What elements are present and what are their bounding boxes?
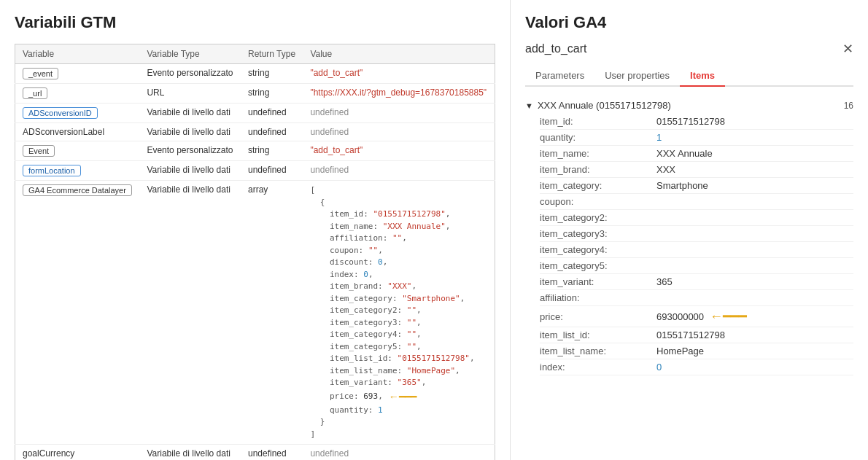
tree-prop: item_category2: (540, 210, 853, 226)
cell-variable-type: Evento personalizzato (139, 64, 241, 84)
tree-prop: item_category3: (540, 226, 853, 242)
prop-value: XXX (656, 164, 675, 175)
prop-value: XXX Annuale (656, 148, 713, 159)
prop-key: quantity: (540, 132, 656, 143)
tree-prop: item_id:0155171512798 (540, 114, 853, 130)
tree-count: 16 (844, 101, 853, 111)
prop-key: item_brand: (540, 164, 656, 175)
col-variable-type: Variable Type (139, 44, 241, 64)
tree-toggle-icon[interactable]: ▼ (525, 101, 533, 110)
cell-return-type: undefined (241, 123, 303, 141)
cell-variable-type: Variabile di livello dati (139, 445, 241, 461)
cell-value: "add_to_cart" (303, 141, 495, 161)
close-button[interactable]: ✕ (842, 42, 853, 55)
col-return-type: Return Type (241, 44, 303, 64)
right-panel-title: Valori GA4 (525, 13, 853, 32)
prop-value: 0155171512798 (656, 330, 725, 340)
right-panel: Valori GA4 add_to_cart ✕ Parameters User… (511, 0, 868, 460)
prop-key: item_category4: (540, 244, 656, 255)
cell-return-type: array (241, 181, 303, 445)
cell-value: undefined (303, 123, 495, 141)
cell-variable-type: Variabile di livello dati (139, 161, 241, 181)
cell-value-code: [ { item_id: "0155171512798", item_name:… (303, 181, 495, 445)
prop-key: item_list_id: (540, 330, 656, 340)
cell-variable-type: Variabile di livello dati (139, 123, 241, 141)
tree-parent-row: ▼ XXX Annuale (0155171512798) 16 (525, 97, 853, 114)
cell-variable: _event (15, 64, 140, 84)
prop-key: index: (540, 362, 656, 373)
tree-prop: price:693000000←━━━ (540, 306, 853, 327)
prop-value: 693000000 (656, 311, 704, 322)
table-row: _urlURLstring"https://XXX.it/?gtm_debug=… (15, 84, 495, 104)
table-row: ADSconversionLabelVariabile di livello d… (15, 123, 495, 141)
items-tree: ▼ XXX Annuale (0155171512798) 16 item_id… (525, 97, 853, 375)
tab-parameters[interactable]: Parameters (525, 66, 594, 87)
tab-bar: Parameters User properties Items (525, 66, 853, 87)
prop-key: item_id: (540, 116, 656, 127)
variables-table: Variable Variable Type Return Type Value… (15, 44, 495, 460)
cell-value: undefined (303, 445, 495, 461)
cell-return-type: undefined (241, 161, 303, 181)
prop-key: item_category: (540, 180, 656, 191)
cell-value: undefined (303, 104, 495, 123)
prop-key: coupon: (540, 196, 656, 207)
cell-return-type: string (241, 141, 303, 161)
col-variable: Variable (15, 44, 140, 64)
cell-variable: Event (15, 141, 140, 161)
tab-user-properties[interactable]: User properties (594, 66, 680, 87)
event-header: add_to_cart ✕ (525, 42, 853, 55)
table-row: _eventEvento personalizzatostring"add_to… (15, 64, 495, 84)
left-panel-title: Variabili GTM (15, 13, 495, 32)
tree-prop: item_list_name:HomePage (540, 343, 853, 359)
cell-return-type: undefined (241, 104, 303, 123)
prop-value: Smartphone (656, 180, 708, 191)
tree-prop: item_name:XXX Annuale (540, 146, 853, 162)
cell-variable: ADSconversionLabel (15, 123, 140, 141)
cell-variable: formLocation (15, 161, 140, 181)
cell-value: undefined (303, 161, 495, 181)
table-row: GA4 Ecommerce DatalayerVariabile di live… (15, 181, 495, 445)
tree-children: item_id:0155171512798quantity:1item_name… (525, 114, 853, 375)
tree-prop: index:0 (540, 359, 853, 375)
prop-key: item_name: (540, 148, 656, 159)
cell-variable-type: URL (139, 84, 241, 104)
tree-parent-text: XXX Annuale (0155171512798) (538, 100, 671, 111)
tree-prop: item_brand:XXX (540, 162, 853, 178)
cell-variable-type: Variabile di livello dati (139, 104, 241, 123)
prop-key: item_category3: (540, 228, 656, 239)
tree-prop: affiliation: (540, 290, 853, 306)
prop-value: 0155171512798 (656, 116, 725, 127)
cell-return-type: string (241, 64, 303, 84)
tree-prop: item_category:Smartphone (540, 178, 853, 194)
left-panel: Variabili GTM Variable Variable Type Ret… (0, 0, 511, 460)
prop-value: 1 (656, 132, 662, 143)
tree-prop: coupon: (540, 194, 853, 210)
table-row: formLocationVariabile di livello datiund… (15, 161, 495, 181)
tree-prop: item_category5: (540, 258, 853, 274)
prop-value: 0 (656, 362, 662, 373)
cell-variable: goalCurrency (15, 445, 140, 461)
cell-variable: GA4 Ecommerce Datalayer (15, 181, 140, 445)
cell-variable-type: Evento personalizzato (139, 141, 241, 161)
prop-value: 365 (656, 276, 673, 287)
event-name: add_to_cart (525, 42, 587, 55)
col-value: Value (303, 44, 495, 64)
cell-variable: _url (15, 84, 140, 104)
prop-key: item_list_name: (540, 346, 656, 356)
prop-value: HomePage (656, 346, 704, 356)
prop-key: item_category2: (540, 212, 656, 223)
cell-return-type: string (241, 84, 303, 104)
cell-value: "add_to_cart" (303, 64, 495, 84)
tree-parent-label: ▼ XXX Annuale (0155171512798) (525, 100, 671, 111)
cell-return-type: undefined (241, 445, 303, 461)
cell-variable: ADSconversionID (15, 104, 140, 123)
tree-prop: item_variant:365 (540, 274, 853, 290)
prop-key: affiliation: (540, 292, 656, 303)
cell-variable-type: Variabile di livello dati (139, 181, 241, 445)
cell-value: "https://XXX.it/?gtm_debug=1678370185885… (303, 84, 495, 104)
highlight-arrow-icon: ←━━━ (710, 308, 747, 324)
table-row: ADSconversionIDVariabile di livello dati… (15, 104, 495, 123)
tree-prop: item_list_id:0155171512798 (540, 327, 853, 343)
tab-items[interactable]: Items (680, 66, 725, 87)
prop-key: item_variant: (540, 276, 656, 287)
